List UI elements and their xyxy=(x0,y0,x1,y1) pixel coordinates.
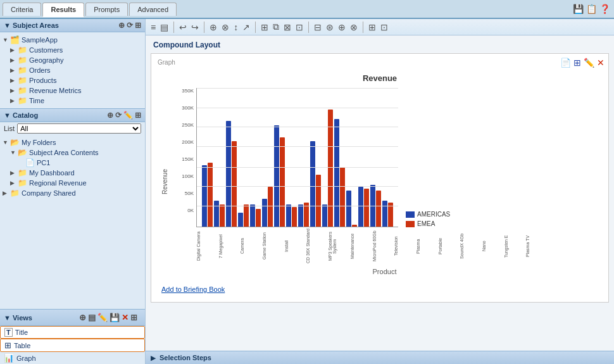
view-table[interactable]: ⊞ Table xyxy=(0,339,145,352)
tree-products[interactable]: ▶ 📁 Products xyxy=(0,75,145,85)
view-title[interactable]: T Title xyxy=(0,326,145,339)
bar-americas[interactable] xyxy=(322,204,327,227)
catalog-my-folders[interactable]: ▼ 📂 My Folders xyxy=(0,137,145,147)
bar-americas[interactable] xyxy=(370,185,375,227)
bar-americas[interactable] xyxy=(202,165,207,227)
tab-prompts[interactable]: Prompts xyxy=(85,3,128,16)
bar-emea[interactable] xyxy=(280,137,285,227)
copy-icon[interactable]: 📋 xyxy=(586,4,597,14)
view-layout-icon[interactable]: ⊞ xyxy=(130,313,137,322)
bar-americas[interactable] xyxy=(262,199,267,227)
catalog-subject-area[interactable]: ▼ 📂 Subject Area Contents xyxy=(0,147,145,158)
bar-emea[interactable] xyxy=(292,207,297,227)
bar-americas[interactable] xyxy=(310,141,315,227)
bar-emea[interactable] xyxy=(244,204,249,227)
catalog-pc1[interactable]: 📄 PC1 xyxy=(0,158,145,168)
tab-results[interactable]: Results xyxy=(42,3,84,17)
bar-americas[interactable] xyxy=(382,201,387,227)
bar-emea[interactable] xyxy=(220,204,225,227)
tb-btn8[interactable]: ↗ xyxy=(241,22,251,33)
tree-orders[interactable]: ▶ 📁 Orders xyxy=(0,65,145,75)
bar-emea[interactable] xyxy=(208,163,213,227)
bar-emea[interactable] xyxy=(232,141,237,227)
graph-edit-icon[interactable]: ✏️ xyxy=(584,58,594,68)
bar-americas[interactable] xyxy=(358,187,363,227)
graph-delete-icon[interactable]: ✕ xyxy=(597,58,605,68)
add-to-briefing-book-link[interactable]: Add to Briefing Book xyxy=(161,286,225,293)
bar-americas[interactable] xyxy=(238,213,243,227)
tb-btn18[interactable]: ⊡ xyxy=(379,22,389,33)
help-icon[interactable]: ❓ xyxy=(599,4,610,14)
tb-btn10[interactable]: ⧉ xyxy=(272,21,280,33)
catalog-my-dashboard[interactable]: ▶ 📁 My Dashboard xyxy=(0,168,145,178)
bar-americas[interactable] xyxy=(286,204,291,227)
bar-americas[interactable] xyxy=(274,125,279,227)
bar-emea[interactable] xyxy=(352,225,357,227)
graph-pdf-icon[interactable]: 📄 xyxy=(560,58,571,68)
bar-emea[interactable] xyxy=(316,175,321,227)
tb-btn2[interactable]: ▤ xyxy=(159,22,170,33)
tree-time[interactable]: ▶ 📁 Time xyxy=(0,96,145,106)
catalog-icons: ⊕ ⟳ ✏️ ⊞ xyxy=(107,111,141,120)
bar-americas[interactable] xyxy=(298,204,303,227)
tb-btn5[interactable]: ⊕ xyxy=(208,22,218,33)
sa-icon1[interactable]: ⊕ xyxy=(118,21,125,30)
tree-customers[interactable]: ▶ 📁 Customers xyxy=(0,45,145,55)
tab-criteria[interactable]: Criteria xyxy=(3,3,41,16)
tb-btn13[interactable]: ⊟ xyxy=(313,22,323,33)
bar-americas[interactable] xyxy=(250,204,255,227)
bar-emea[interactable] xyxy=(388,203,393,227)
x-label: Maintenance xyxy=(350,227,372,265)
catalog-list-select[interactable]: All xyxy=(17,123,141,134)
bar-emea[interactable] xyxy=(268,187,273,227)
catalog-collapse-icon[interactable]: ▼ xyxy=(4,111,11,119)
bar-emea[interactable] xyxy=(340,167,345,227)
tree-geography[interactable]: ▶ 📁 Geography xyxy=(0,55,145,65)
tree-root[interactable]: ▼ 🗂️ SampleApp xyxy=(0,35,145,45)
bar-emea[interactable] xyxy=(304,203,309,227)
view-edit-icon[interactable]: ✏️ xyxy=(97,313,108,322)
tb-btn9[interactable]: ⊞ xyxy=(260,22,270,33)
bar-emea[interactable] xyxy=(328,110,333,227)
bar-emea[interactable] xyxy=(256,209,261,227)
cat-icon4[interactable]: ⊞ xyxy=(135,111,141,120)
view-add-icon[interactable]: ⊕ xyxy=(79,313,86,322)
bar-americas[interactable] xyxy=(346,191,351,227)
bar-group xyxy=(310,141,321,227)
tab-advanced[interactable]: Advanced xyxy=(129,3,177,16)
bar-emea[interactable] xyxy=(364,189,369,227)
tb-btn14[interactable]: ⊛ xyxy=(325,22,335,33)
views-collapse-icon[interactable]: ▼ xyxy=(4,314,11,322)
tb-btn16[interactable]: ⊗ xyxy=(349,22,359,33)
tb-btn6[interactable]: ⊗ xyxy=(220,22,230,33)
legend-emea-swatch xyxy=(406,221,415,227)
tree-revenue-metrics[interactable]: ▶ 📁 Revenue Metrics xyxy=(0,85,145,96)
tb-btn3[interactable]: ↩ xyxy=(178,22,188,33)
save-icon[interactable]: 💾 xyxy=(573,4,584,14)
tb-btn17[interactable]: ⊞ xyxy=(367,22,377,33)
tb-btn4[interactable]: ↪ xyxy=(190,22,200,33)
tb-btn15[interactable]: ⊕ xyxy=(337,22,347,33)
view-list-icon[interactable]: ▤ xyxy=(88,313,96,322)
tb-btn12[interactable]: ⊡ xyxy=(294,22,304,33)
view-delete-icon[interactable]: ✕ xyxy=(122,313,128,322)
cat-icon1[interactable]: ⊕ xyxy=(107,111,113,120)
tb-btn1[interactable]: ≡ xyxy=(149,22,157,33)
tb-btn7[interactable]: ↕ xyxy=(232,22,239,33)
bar-americas[interactable] xyxy=(226,121,231,227)
tb-btn11[interactable]: ⊠ xyxy=(282,22,292,33)
cat-icon2[interactable]: ⟳ xyxy=(115,111,122,120)
subject-areas-collapse-icon[interactable]: ▼ xyxy=(4,22,11,29)
catalog-company-shared[interactable]: ▶ 📁 Company Shared xyxy=(0,188,145,198)
sa-icon2[interactable]: ⟳ xyxy=(127,21,133,30)
graph-table-icon[interactable]: ⊞ xyxy=(573,58,581,68)
bar-americas[interactable] xyxy=(334,119,339,227)
sa-icon3[interactable]: ⊞ xyxy=(135,21,141,30)
view-graph[interactable]: 📊 Graph xyxy=(0,352,145,364)
catalog-regional-revenue[interactable]: ▶ 📁 Regional Revenue xyxy=(0,178,145,188)
bar-americas[interactable] xyxy=(214,201,219,227)
view-save-icon[interactable]: 💾 xyxy=(110,313,120,322)
cat-icon3[interactable]: ✏️ xyxy=(123,111,133,120)
bar-emea[interactable] xyxy=(376,191,381,227)
selection-steps-bar[interactable]: ▶ Selection Steps xyxy=(146,351,614,364)
